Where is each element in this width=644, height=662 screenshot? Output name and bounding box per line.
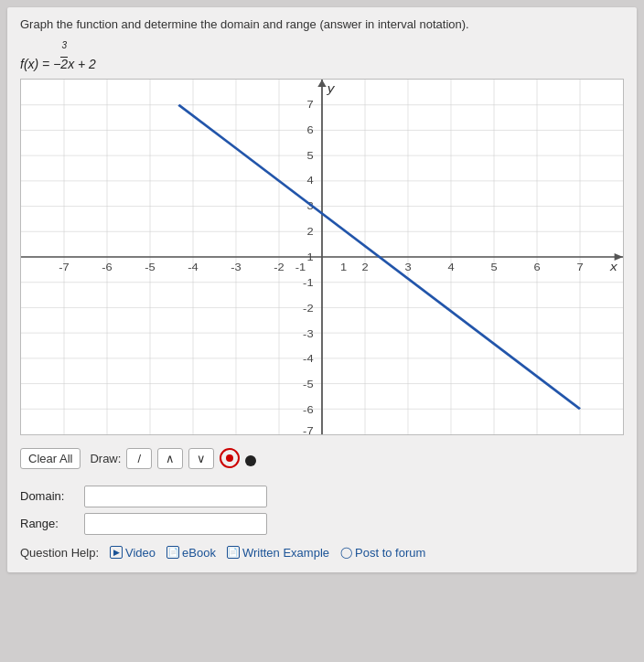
svg-text:-6: -6 (303, 404, 314, 416)
post-to-forum-label: Post to forum (355, 546, 425, 560)
ebook-icon: 📄 (166, 546, 179, 559)
clear-all-button[interactable]: Clear All (20, 448, 80, 469)
svg-text:2: 2 (306, 226, 314, 238)
fields-section: Domain: Range: (20, 486, 624, 535)
toolbar: Clear All Draw: / ∧ ∨ (20, 444, 624, 473)
video-link[interactable]: ▶ Video (110, 546, 156, 560)
svg-text:-5: -5 (303, 379, 314, 390)
curve-down-tool-button[interactable]: ∨ (188, 448, 214, 469)
svg-text:x: x (609, 260, 618, 273)
svg-text:-1: -1 (295, 262, 306, 273)
dot-tool-button[interactable] (245, 455, 256, 466)
svg-text:4: 4 (447, 262, 455, 273)
circle-dot-tool-button[interactable] (220, 448, 240, 468)
svg-text:5: 5 (490, 262, 498, 273)
range-row: Range: (20, 513, 624, 535)
written-example-label: Written Example (242, 546, 329, 560)
curve-up-tool-button[interactable]: ∧ (157, 448, 183, 469)
post-to-forum-link[interactable]: ◯ Post to forum (340, 546, 425, 560)
svg-text:-2: -2 (274, 262, 284, 273)
written-example-link[interactable]: 📄 Written Example (227, 546, 329, 560)
svg-text:5: 5 (306, 149, 314, 161)
svg-text:7: 7 (306, 99, 314, 111)
svg-text:2: 2 (361, 262, 369, 273)
svg-text:-2: -2 (303, 302, 314, 314)
svg-text:-4: -4 (303, 353, 314, 365)
range-input[interactable] (84, 513, 267, 535)
instruction-text: Graph the function and determine the dom… (20, 16, 624, 33)
forum-icon: ◯ (340, 546, 352, 559)
svg-text:y: y (327, 81, 336, 95)
written-example-icon: 📄 (227, 546, 240, 559)
graph-container[interactable]: x y -7 -6 -5 -4 -3 -2 -1 1 2 3 4 5 (20, 79, 624, 435)
svg-text:-3: -3 (303, 327, 314, 339)
svg-text:7: 7 (576, 262, 584, 273)
range-label: Range: (20, 517, 77, 530)
svg-text:-4: -4 (188, 262, 199, 273)
graph-svg: x y -7 -6 -5 -4 -3 -2 -1 1 2 3 4 5 (21, 80, 623, 434)
question-help-label: Question Help: (20, 546, 99, 560)
svg-text:-7: -7 (303, 425, 314, 434)
draw-label: Draw: (90, 452, 121, 465)
page-wrapper: Graph the function and determine the dom… (0, 0, 644, 662)
svg-text:-5: -5 (145, 262, 156, 273)
svg-text:1: 1 (340, 262, 348, 273)
function-label: f(x) = −32x + 2 (20, 40, 624, 71)
domain-input[interactable] (84, 486, 267, 507)
svg-text:-7: -7 (59, 262, 70, 273)
svg-text:-6: -6 (102, 262, 113, 273)
line-tool-button[interactable]: / (126, 448, 152, 469)
svg-text:6: 6 (533, 262, 541, 273)
svg-text:-3: -3 (231, 262, 242, 273)
domain-row: Domain: (20, 486, 624, 507)
video-label: Video (125, 546, 156, 560)
svg-text:1: 1 (306, 251, 314, 263)
domain-label: Domain: (20, 489, 77, 503)
ebook-link[interactable]: 📄 eBook (166, 546, 216, 560)
content-card: Graph the function and determine the dom… (7, 7, 637, 572)
video-icon: ▶ (110, 546, 123, 559)
svg-text:3: 3 (404, 262, 412, 273)
ebook-label: eBook (182, 546, 216, 560)
svg-text:-1: -1 (303, 277, 314, 289)
question-help: Question Help: ▶ Video 📄 eBook 📄 Written… (20, 546, 624, 560)
svg-text:4: 4 (306, 175, 314, 187)
svg-text:6: 6 (306, 123, 314, 135)
